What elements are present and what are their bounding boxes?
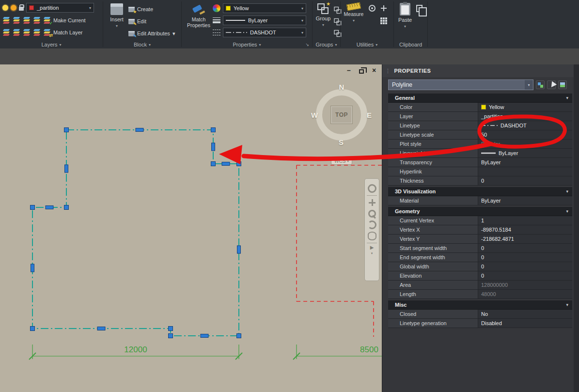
property-value[interactable] bbox=[478, 167, 572, 176]
grip[interactable] bbox=[237, 334, 241, 338]
grip[interactable] bbox=[211, 128, 216, 132]
property-row[interactable]: Global width 0 bbox=[388, 262, 572, 271]
grip-midpoint[interactable] bbox=[97, 327, 105, 330]
property-row[interactable]: Hyperlink bbox=[388, 167, 572, 176]
property-value[interactable]: 128000000 bbox=[478, 281, 572, 289]
grip-midpoint[interactable] bbox=[136, 128, 143, 132]
property-row[interactable]: Vertex X -89870.5184 bbox=[388, 225, 572, 235]
property-value[interactable]: 50 bbox=[478, 130, 572, 139]
panel-label-layers[interactable]: Layers▾ bbox=[0, 42, 103, 47]
property-value[interactable]: 0 bbox=[478, 271, 572, 280]
grip-midpoint[interactable] bbox=[31, 264, 34, 272]
grip-midpoint[interactable] bbox=[237, 246, 241, 253]
chevron-down-icon[interactable]: ▾ bbox=[299, 31, 303, 35]
property-row[interactable]: Lineweight ByLayer bbox=[388, 149, 572, 158]
property-value[interactable]: 1 bbox=[478, 216, 572, 225]
panel-label-properties[interactable]: Properties▾ bbox=[182, 42, 312, 47]
nav-wheel-icon[interactable] bbox=[368, 184, 376, 193]
compass-south[interactable]: S bbox=[335, 138, 347, 146]
panel-label-block[interactable]: Block▾ bbox=[103, 42, 181, 47]
drawing-canvas[interactable]: – × 12000 8500 bbox=[0, 64, 382, 392]
chevron-down-icon[interactable]: ▾ bbox=[299, 18, 303, 23]
wcs-selector[interactable]: WCS ▾ bbox=[331, 157, 352, 165]
linetype-combo[interactable]: DASHDOT ▾ bbox=[223, 28, 306, 37]
property-value[interactable]: ByColor bbox=[478, 140, 572, 148]
id-point-icon[interactable] bbox=[369, 5, 376, 12]
property-row[interactable]: Color Yellow bbox=[388, 103, 572, 112]
panel-label-utilities[interactable]: Utilities▾ bbox=[341, 42, 393, 47]
lineweight-combo[interactable]: ByLayer ▾ bbox=[223, 16, 306, 25]
property-value[interactable]: ByLayer bbox=[478, 149, 572, 157]
property-row[interactable]: Transparency ByLayer bbox=[388, 158, 572, 167]
edit-attributes-button[interactable]: ✎ Edit Attributes ▾ bbox=[128, 31, 175, 37]
grip-midpoint[interactable] bbox=[212, 143, 215, 151]
grip-midpoint[interactable] bbox=[65, 165, 68, 172]
section-header-general[interactable]: General▾ bbox=[388, 94, 572, 103]
property-value[interactable]: No bbox=[478, 310, 572, 318]
property-row[interactable]: Linetype scale 50 bbox=[388, 130, 572, 140]
section-header-geometry[interactable]: Geometry▾ bbox=[388, 207, 572, 216]
property-value[interactable]: ByLayer bbox=[478, 158, 572, 167]
layer-on-icon[interactable] bbox=[2, 5, 8, 11]
panel-label-groups[interactable]: Groups▾ bbox=[313, 42, 340, 47]
grip[interactable] bbox=[169, 334, 173, 338]
grip[interactable] bbox=[169, 327, 173, 331]
property-value[interactable]: _partition bbox=[478, 112, 572, 121]
grip-midpoint[interactable] bbox=[46, 206, 53, 209]
layer-tool-icon[interactable] bbox=[23, 29, 31, 36]
edit-block-button[interactable]: ✎ Edit bbox=[128, 18, 146, 24]
group-button[interactable]: ★ Group ▾ bbox=[314, 3, 332, 27]
grip-dots-icon[interactable]: ⋮ bbox=[385, 68, 391, 74]
property-row[interactable]: Length 48000 bbox=[388, 290, 572, 299]
dimension-8500[interactable]: 8500 bbox=[293, 345, 382, 360]
property-row[interactable]: Current Vertex 1 bbox=[388, 216, 572, 225]
dimension-12000[interactable]: 12000 bbox=[29, 345, 242, 360]
property-value[interactable]: DASHDOT bbox=[478, 121, 572, 130]
compass-east[interactable]: E bbox=[363, 111, 375, 119]
compass-top-face[interactable]: TOP bbox=[330, 106, 353, 124]
select-objects-button[interactable] bbox=[547, 80, 556, 89]
chevron-down-icon[interactable]: ▾ bbox=[365, 251, 379, 256]
layer-combo[interactable]: _partition ▾ bbox=[26, 3, 94, 13]
selected-polyline[interactable] bbox=[32, 130, 239, 336]
measure-button[interactable]: Measure ▾ bbox=[343, 3, 365, 23]
property-row[interactable]: Linetype generation Disabled bbox=[388, 319, 572, 328]
chevron-down-icon[interactable]: ▾ bbox=[299, 6, 303, 11]
property-value[interactable]: 0 bbox=[478, 244, 572, 252]
grip[interactable] bbox=[31, 205, 35, 210]
quick-select-button[interactable] bbox=[558, 80, 567, 89]
property-row[interactable]: Area 128000000 bbox=[388, 281, 572, 290]
chevron-down-icon[interactable]: ▾ bbox=[525, 80, 533, 90]
layer-lock-icon[interactable] bbox=[19, 7, 24, 11]
grip-midpoint[interactable] bbox=[201, 334, 208, 338]
property-row[interactable]: Material ByLayer bbox=[388, 196, 572, 205]
grip[interactable] bbox=[64, 205, 69, 210]
layer-tool-icon[interactable] bbox=[13, 17, 20, 24]
layer-tool-icon[interactable] bbox=[33, 29, 41, 36]
grip[interactable] bbox=[64, 128, 69, 132]
property-row[interactable]: Closed No bbox=[388, 310, 572, 319]
compass-north[interactable]: N bbox=[336, 83, 347, 91]
grip[interactable] bbox=[31, 327, 35, 331]
point-style-icon[interactable] bbox=[380, 5, 387, 12]
create-block-button[interactable]: ★ Create bbox=[128, 6, 153, 12]
chevron-down-icon[interactable]: ▾ bbox=[87, 6, 91, 10]
property-value[interactable]: ByLayer bbox=[478, 196, 572, 205]
layer-tool-icon[interactable] bbox=[2, 17, 10, 24]
grip[interactable] bbox=[211, 162, 216, 166]
toggle-pickadd-button[interactable] bbox=[536, 80, 545, 89]
property-value[interactable]: Disabled bbox=[478, 319, 572, 328]
showmotion-icon[interactable]: ▶ bbox=[365, 245, 379, 251]
object-type-combo[interactable]: Polyline ▾ bbox=[388, 79, 533, 90]
property-value[interactable]: -89870.5184 bbox=[478, 225, 572, 234]
match-properties-button[interactable]: Match Properties bbox=[185, 3, 212, 28]
property-value[interactable]: -218682.4871 bbox=[478, 235, 572, 243]
property-row[interactable]: Thickness 0 bbox=[388, 176, 572, 186]
property-value[interactable]: 0 bbox=[478, 262, 572, 271]
property-value[interactable]: 0 bbox=[478, 253, 572, 262]
insert-button[interactable]: Insert ▾ bbox=[107, 3, 126, 28]
property-row[interactable]: Linetype DASHDOT bbox=[388, 121, 572, 130]
property-row[interactable]: Plot style ByColor bbox=[388, 140, 572, 149]
property-value[interactable]: 0 bbox=[478, 176, 572, 185]
palette-scrollbar[interactable] bbox=[574, 64, 579, 392]
